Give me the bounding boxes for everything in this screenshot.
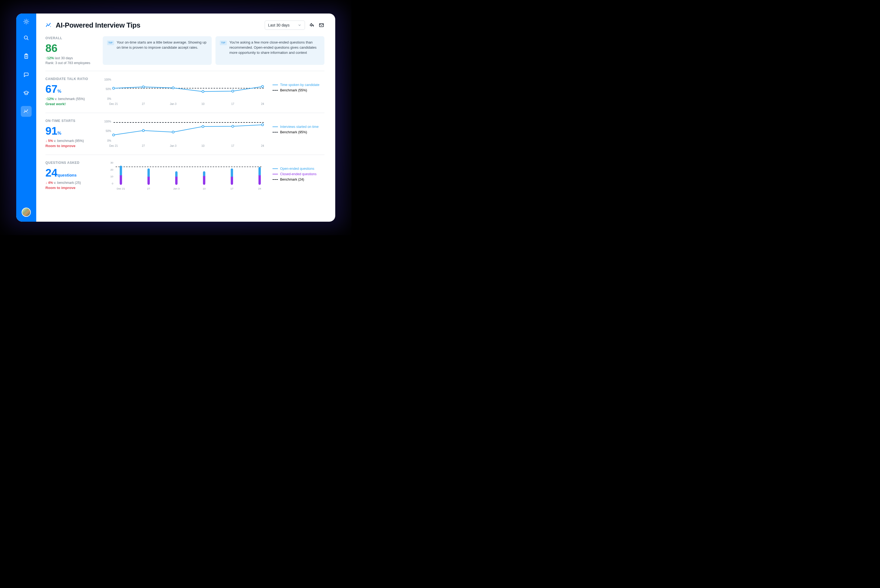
email-button[interactable]	[318, 22, 324, 28]
logo-icon	[23, 18, 30, 25]
svg-text:0%: 0%	[107, 98, 111, 100]
tip-card: TIP You're asking a few more close-ended…	[216, 36, 324, 65]
questions-legend: Open-ended questions Closed-ended questi…	[273, 161, 324, 190]
clipboard-icon	[23, 53, 30, 60]
svg-point-22	[261, 86, 264, 88]
section-ontime: ON-TIME STARTS 91% ↓ 5% v. benchmark (95…	[45, 119, 324, 155]
avatar[interactable]	[22, 208, 31, 217]
svg-text:50%: 50%	[106, 88, 111, 91]
chevron-down-icon	[298, 23, 301, 27]
svg-line-5	[24, 20, 25, 21]
svg-point-21	[232, 90, 234, 92]
nav-ai-tips[interactable]	[21, 106, 31, 117]
svg-point-19	[172, 87, 174, 89]
svg-text:10: 10	[203, 187, 206, 190]
svg-line-8	[27, 20, 28, 21]
svg-point-20	[202, 91, 204, 93]
share-button[interactable]	[309, 22, 315, 28]
nav-chat[interactable]	[21, 69, 31, 80]
sidebar	[16, 14, 36, 222]
tip-text: Your on-time starts are a little below a…	[117, 40, 207, 61]
tip-badge: TIP	[220, 40, 227, 45]
svg-text:Jan 3: Jan 3	[170, 102, 177, 105]
svg-text:10: 10	[201, 102, 205, 105]
svg-text:27: 27	[142, 102, 145, 105]
svg-point-0	[25, 21, 27, 23]
questions-delta: ↓ 4% v. benchmark (25)	[45, 181, 103, 184]
svg-point-18	[142, 86, 144, 88]
app-window: AI-Powered Interview Tips Last 30 days O…	[16, 14, 335, 222]
svg-text:Jan 3: Jan 3	[170, 144, 177, 147]
tip-badge: TIP	[107, 40, 114, 45]
ontime-status: Room to improve	[45, 144, 103, 148]
section-talk-ratio: CANDIDATE TALK RATIO 67% ↑12% v. benchma…	[45, 77, 324, 113]
section-questions: QUESTIONS ASKED 24questions ↓ 4% v. benc…	[45, 161, 324, 196]
svg-point-38	[261, 124, 264, 126]
page-header: AI-Powered Interview Tips Last 30 days	[45, 21, 324, 30]
svg-point-34	[142, 129, 144, 132]
page-title: AI-Powered Interview Tips	[56, 21, 140, 30]
svg-text:10: 10	[110, 175, 113, 178]
svg-point-36	[202, 126, 204, 128]
overall-rank: Rank: 3 out of 783 employees	[45, 61, 103, 65]
nav-clipboard[interactable]	[21, 51, 31, 62]
svg-text:17: 17	[230, 187, 233, 190]
ontime-value: 91%	[45, 126, 103, 136]
svg-text:24: 24	[261, 144, 264, 147]
talk-ratio-delta: ↑12% v. benchmark (55%)	[45, 97, 103, 101]
ontime-chart: 0%50%100%Dec 2127Jan 3101724	[103, 119, 265, 149]
svg-text:17: 17	[231, 144, 234, 147]
svg-text:27: 27	[147, 187, 150, 190]
svg-line-6	[27, 23, 28, 24]
ontime-legend: Interviews started on time Benchmark (95…	[273, 119, 324, 149]
svg-text:17: 17	[231, 102, 234, 105]
questions-status: Room to improve	[45, 186, 103, 190]
questions-label: QUESTIONS ASKED	[45, 161, 103, 165]
overall-delta: ↑12% last 30 days	[45, 56, 103, 60]
svg-text:30: 30	[110, 161, 113, 164]
svg-line-10	[27, 39, 28, 40]
dropdown-label: Last 30 days	[268, 23, 289, 27]
svg-text:10: 10	[201, 144, 205, 147]
svg-text:Dec 21: Dec 21	[117, 187, 125, 190]
svg-point-37	[232, 125, 234, 128]
svg-text:24: 24	[261, 102, 264, 105]
talk-ratio-value: 67%	[45, 84, 103, 94]
overall-label: OVERALL	[45, 36, 103, 40]
svg-text:Dec 21: Dec 21	[109, 102, 118, 105]
talk-ratio-label: CANDIDATE TALK RATIO	[45, 77, 103, 81]
svg-text:100%: 100%	[104, 78, 111, 81]
nav-education[interactable]	[21, 88, 31, 98]
talk-ratio-chart: 0%50%100%Dec 2127Jan 3101724	[103, 77, 265, 107]
chat-icon	[23, 71, 30, 78]
search-icon	[23, 34, 30, 41]
svg-text:0%: 0%	[107, 139, 111, 142]
svg-text:Dec 21: Dec 21	[109, 144, 118, 147]
overall-score: 86	[45, 43, 103, 54]
section-overall: OVERALL 86 ↑12% last 30 days Rank: 3 out…	[45, 36, 324, 71]
graduation-icon	[23, 90, 30, 96]
tip-text: You're asking a few more close-ended que…	[229, 40, 320, 61]
svg-text:20: 20	[110, 168, 113, 171]
main-content: AI-Powered Interview Tips Last 30 days O…	[36, 14, 335, 222]
svg-text:0: 0	[112, 182, 114, 185]
sparkle-trend-icon	[23, 108, 30, 115]
svg-point-33	[112, 134, 115, 136]
svg-text:27: 27	[142, 144, 145, 147]
talk-ratio-legend: Time spoken by candidate Benchmark (55%)	[273, 77, 324, 107]
nav-search[interactable]	[21, 33, 31, 43]
svg-text:Jan 3: Jan 3	[173, 187, 180, 190]
svg-point-35	[172, 131, 174, 133]
tip-card: TIP Your on-time starts are a little bel…	[103, 36, 212, 65]
questions-chart: 0102030Dec 2127Jan 3101724	[103, 161, 265, 190]
sparkle-trend-icon	[45, 22, 52, 28]
share-icon	[309, 22, 315, 28]
svg-text:100%: 100%	[104, 120, 111, 123]
talk-ratio-status: Great work!	[45, 102, 103, 106]
svg-line-7	[24, 23, 25, 24]
svg-point-17	[112, 87, 115, 90]
questions-value: 24questions	[45, 167, 103, 178]
svg-text:50%: 50%	[106, 129, 111, 132]
svg-text:24: 24	[258, 187, 261, 190]
date-range-dropdown[interactable]: Last 30 days	[265, 21, 305, 30]
